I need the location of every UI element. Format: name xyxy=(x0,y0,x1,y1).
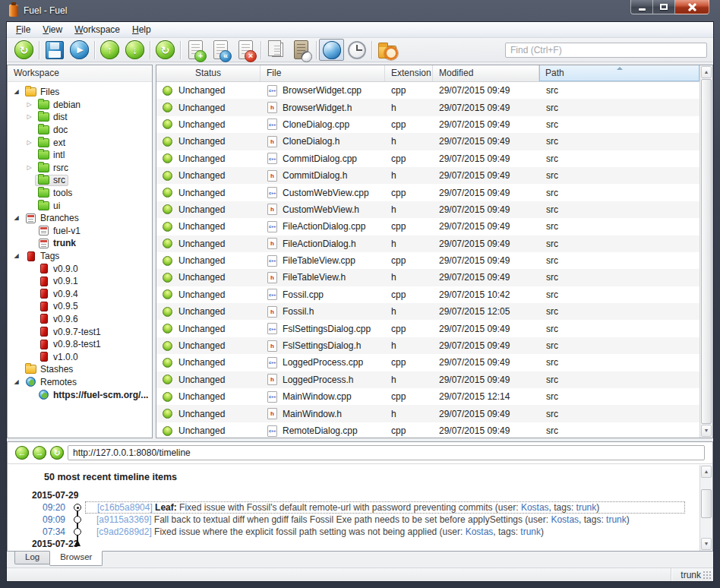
tag-link[interactable]: trunk xyxy=(606,514,627,525)
close-button[interactable] xyxy=(675,0,709,14)
table-row[interactable]: UnchangedMainWindow.cppcpp29/07/2015 12:… xyxy=(156,388,699,405)
tag-link[interactable]: trunk xyxy=(576,502,597,513)
tag-link[interactable]: trunk xyxy=(520,526,541,537)
column-header-extension[interactable]: Extension xyxy=(385,65,433,81)
tree-item-v0-9-5[interactable]: v0.9.5 xyxy=(8,300,152,313)
resize-grip[interactable] xyxy=(703,571,712,580)
update-button[interactable] xyxy=(153,39,178,61)
column-header-status[interactable]: Status xyxy=(156,65,261,81)
user-link[interactable]: Kostas xyxy=(521,502,549,513)
tree-item-branches[interactable]: Branches xyxy=(8,212,152,225)
commit-hash-link[interactable]: [c16b5a8904] xyxy=(97,502,153,513)
timeline-button[interactable] xyxy=(344,39,369,61)
collapsed-expander-icon[interactable] xyxy=(24,165,35,171)
table-row[interactable]: UnchangedFileTableView.cppcpp29/07/2015 … xyxy=(156,252,699,269)
table-row[interactable]: UnchangedFileActionDialog.hh29/07/2015 0… xyxy=(156,236,699,252)
timeline-entry[interactable]: 09:20[c16b5a8904] Leaf: Fixed issue with… xyxy=(30,501,694,514)
pull-button[interactable] xyxy=(122,39,147,61)
tree-item-tags[interactable]: Tags xyxy=(8,250,152,263)
tree-item-v0-9-7-test1[interactable]: v0.9.7-test1 xyxy=(8,325,152,338)
tree-item-trunk[interactable]: trunk xyxy=(8,237,152,250)
expanded-expander-icon[interactable] xyxy=(11,215,22,221)
timeline-time-link[interactable]: 09:09 xyxy=(30,514,70,525)
table-scrollbar[interactable] xyxy=(699,65,712,438)
column-header-modified[interactable]: Modified xyxy=(433,65,539,81)
table-row[interactable]: UnchangedFossil.cppcpp29/07/2015 10:42sr… xyxy=(156,286,699,303)
tree-item-ext[interactable]: ext xyxy=(8,136,152,149)
timeline-entry[interactable]: 07:34[c9ad2689d2] Fixed issue where the … xyxy=(30,526,694,538)
tree-item-v1-0-0[interactable]: v1.0.0 xyxy=(8,350,152,363)
minimize-button[interactable] xyxy=(630,0,653,14)
tree-item-stashes[interactable]: Stashes xyxy=(8,363,152,376)
tree-item-doc[interactable]: doc xyxy=(8,124,152,137)
scroll-down-button[interactable] xyxy=(701,425,712,437)
menu-file[interactable]: File xyxy=(10,23,36,36)
timeline-time-link[interactable]: 07:34 xyxy=(30,526,70,537)
expanded-expander-icon[interactable] xyxy=(11,89,22,95)
timeline-entry[interactable]: 09:09[a9115a3369] Fall back to textual d… xyxy=(30,514,694,526)
tree-item-fuel-v1[interactable]: fuel-v1 xyxy=(8,225,152,238)
tree-item-v0-9-8-test1[interactable]: v0.9.8-test1 xyxy=(8,338,152,351)
table-row[interactable]: UnchangedLoggedProcess.hh29/07/2015 09:4… xyxy=(156,371,699,388)
collapsed-expander-icon[interactable] xyxy=(24,114,35,120)
tree-item-v0-9-4[interactable]: v0.9.4 xyxy=(8,288,152,301)
commit-button[interactable] xyxy=(42,39,67,61)
tab-browser[interactable]: Browser xyxy=(49,551,103,566)
scrollbar-thumb[interactable] xyxy=(701,79,712,424)
revert-files-button[interactable] xyxy=(208,39,233,61)
menu-workspace[interactable]: Workspace xyxy=(68,23,126,36)
table-row[interactable]: UnchangedFileActionDialog.cppcpp29/07/20… xyxy=(156,218,699,235)
commit-hash-link[interactable]: [a9115a3369] xyxy=(96,514,152,525)
browser-forward-button[interactable] xyxy=(33,446,46,460)
collapsed-expander-icon[interactable] xyxy=(24,102,35,108)
tree-item-v0-9-0[interactable]: v0.9.0 xyxy=(8,262,152,275)
scroll-up-button[interactable] xyxy=(701,66,712,78)
tree-item-intl[interactable]: intl xyxy=(8,149,152,162)
url-input[interactable] xyxy=(68,445,705,460)
user-link[interactable]: Kostas xyxy=(551,514,579,525)
table-row[interactable]: UnchangedLoggedProcess.cppcpp29/07/2015 … xyxy=(156,354,699,371)
diff-button[interactable] xyxy=(264,39,289,61)
table-row[interactable]: UnchangedBrowserWidget.cppcpp29/07/2015 … xyxy=(156,82,699,99)
tree-item-v0-9-6[interactable]: v0.9.6 xyxy=(8,313,152,326)
menu-help[interactable]: Help xyxy=(126,23,157,36)
refresh-button[interactable] xyxy=(11,39,36,61)
table-row[interactable]: UnchangedFslSettingsDialog.hh29/07/2015 … xyxy=(156,337,699,354)
table-row[interactable]: UnchangedCloneDialog.cppcpp29/07/2015 09… xyxy=(156,116,699,133)
tree-item-tools[interactable]: tools xyxy=(8,187,152,200)
history-button[interactable] xyxy=(289,39,314,61)
remove-files-button[interactable] xyxy=(233,39,258,61)
tree-item-files[interactable]: Files xyxy=(8,86,152,99)
tree-item-src[interactable]: src xyxy=(8,174,152,187)
table-row[interactable]: UnchangedFileTableView.hh29/07/2015 09:4… xyxy=(156,269,699,286)
commit-hash-link[interactable]: [c9ad2689d2] xyxy=(96,526,152,537)
table-row[interactable]: UnchangedCommitDialog.cppcpp29/07/2015 0… xyxy=(156,150,699,167)
table-row[interactable]: UnchangedCloneDialog.hh29/07/2015 09:49s… xyxy=(156,133,699,150)
tree-item-dist[interactable]: dist xyxy=(8,111,152,124)
tree-item-ui[interactable]: ui xyxy=(8,199,152,212)
tab-log[interactable]: Log xyxy=(14,552,50,564)
scrollbar-thumb[interactable] xyxy=(701,489,712,518)
push-button[interactable] xyxy=(97,39,122,61)
browser-reload-button[interactable] xyxy=(50,446,64,460)
table-row[interactable]: UnchangedCustomWebView.cppcpp29/07/2015 … xyxy=(156,184,699,201)
table-row[interactable]: UnchangedFslSettingsDialog.cppcpp29/07/2… xyxy=(156,320,699,337)
menu-view[interactable]: View xyxy=(36,23,68,36)
expanded-expander-icon[interactable] xyxy=(11,253,22,259)
tree-item-rsrc[interactable]: rsrc xyxy=(8,162,152,175)
collapsed-expander-icon[interactable] xyxy=(24,140,35,146)
find-input[interactable] xyxy=(505,43,707,58)
browser-back-button[interactable] xyxy=(15,446,29,460)
titlebar[interactable]: Fuel - Fuel xyxy=(6,0,714,21)
expanded-expander-icon[interactable] xyxy=(11,379,22,385)
timeline-time-link[interactable]: 09:20 xyxy=(30,502,70,513)
table-row[interactable]: UnchangedBrowserWidget.hh29/07/2015 09:4… xyxy=(156,99,699,115)
scroll-up-button[interactable] xyxy=(701,466,712,478)
column-header-path[interactable]: Path xyxy=(539,65,699,81)
tree-item-debian[interactable]: debian xyxy=(8,99,152,112)
table-row[interactable]: UnchangedRemoteDialog.cppcpp29/07/2015 0… xyxy=(156,422,699,438)
tree-item-https-fuel-scm-org[interactable]: https://fuel-scm.org/... xyxy=(8,388,152,401)
scroll-down-button[interactable] xyxy=(701,538,712,550)
browser-scrollbar[interactable] xyxy=(699,465,712,551)
column-header-file[interactable]: File xyxy=(261,65,385,81)
